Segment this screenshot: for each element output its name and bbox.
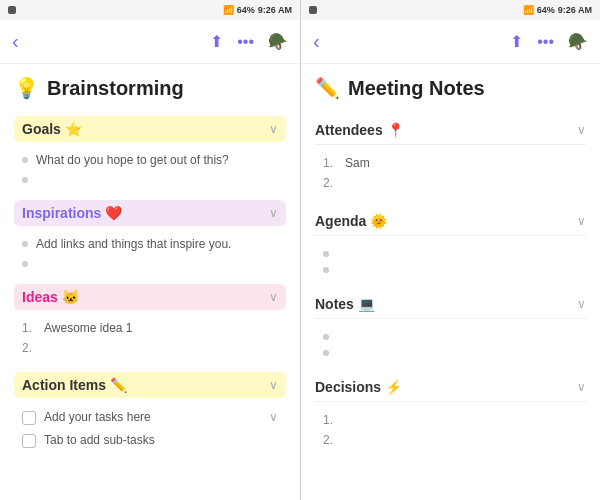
list-item	[14, 170, 286, 186]
signal-icon-left: 📶	[223, 5, 234, 15]
list-item: Tab to add sub-tasks	[14, 429, 286, 452]
section-header-goals[interactable]: Goals ⭐ ∨	[14, 116, 286, 142]
battery-right: 64%	[537, 5, 555, 15]
section-title-decisions: Decisions ⚡	[315, 379, 402, 395]
chevron-agenda[interactable]: ∨	[577, 214, 586, 228]
section-title-agenda: Agenda 🌞	[315, 213, 387, 229]
status-bar-right: 📶 64% 9:26 AM	[301, 0, 600, 20]
section-header-attendees[interactable]: Attendees 📍 ∨	[315, 116, 586, 145]
chevron-ideas[interactable]: ∨	[269, 290, 278, 304]
page-title-right: ✏️ Meeting Notes	[315, 76, 586, 100]
more-button-right[interactable]: •••	[537, 33, 554, 51]
chevron-task[interactable]: ∨	[269, 410, 278, 424]
bullet-dot	[323, 334, 329, 340]
bullet-dot	[22, 261, 28, 267]
section-agenda: Agenda 🌞 ∨	[315, 207, 586, 276]
section-decisions: Decisions ⚡ ∨ 1. 2.	[315, 373, 586, 450]
battery-left: 64%	[237, 5, 255, 15]
more-button-left[interactable]: •••	[237, 33, 254, 51]
upload-button-left[interactable]: ⬆	[210, 32, 223, 51]
upload-button-right[interactable]: ⬆	[510, 32, 523, 51]
page-title-left: 💡 Brainstorming	[14, 76, 286, 100]
item-number: 1.	[323, 413, 337, 427]
item-text: Tab to add sub-tasks	[44, 433, 155, 447]
bullet-dot	[323, 267, 329, 273]
avatar-left[interactable]: 🪖	[268, 32, 288, 51]
list-item: 2.	[315, 173, 586, 193]
list-item: 2.	[14, 338, 286, 358]
time-left: 9:26 AM	[258, 5, 292, 15]
section-inspirations: Inspirations ❤️ ∨ Add links and things t…	[14, 200, 286, 270]
item-number: 2.	[323, 176, 337, 190]
list-item: What do you hope to get out of this?	[14, 150, 286, 170]
status-bar-left: 📶 64% 9:26 AM	[0, 0, 300, 20]
right-screen: 📶 64% 9:26 AM ‹ ⬆ ••• 🪖 ✏️ Meeting Notes…	[300, 0, 600, 500]
time-right: 9:26 AM	[558, 5, 592, 15]
bullet-dot	[323, 350, 329, 356]
item-text: Awesome idea 1	[44, 321, 133, 335]
list-item: Add links and things that inspire you.	[14, 234, 286, 254]
toolbar-left: ‹ ⬆ ••• 🪖	[0, 20, 300, 64]
item-text: Add your tasks here	[44, 410, 151, 424]
chevron-action-items[interactable]: ∨	[269, 378, 278, 392]
section-header-action-items[interactable]: Action Items ✏️ ∨	[14, 372, 286, 398]
page-title-text-right: Meeting Notes	[348, 77, 485, 100]
section-title-action-items: Action Items ✏️	[22, 377, 127, 393]
item-number: 2.	[22, 341, 36, 355]
section-attendees: Attendees 📍 ∨ 1. Sam 2.	[315, 116, 586, 193]
section-title-goals: Goals ⭐	[22, 121, 82, 137]
section-ideas: Ideas 🐱 ∨ 1. Awesome idea 1 2.	[14, 284, 286, 358]
checkbox[interactable]	[22, 434, 36, 448]
section-header-ideas[interactable]: Ideas 🐱 ∨	[14, 284, 286, 310]
item-number: 1.	[323, 156, 337, 170]
left-screen: 📶 64% 9:26 AM ‹ ⬆ ••• 🪖 💡 Brainstorming …	[0, 0, 300, 500]
item-number: 2.	[323, 433, 337, 447]
section-header-inspirations[interactable]: Inspirations ❤️ ∨	[14, 200, 286, 226]
bullet-dot	[323, 251, 329, 257]
bullet-dot	[22, 157, 28, 163]
back-button-right[interactable]: ‹	[313, 30, 320, 53]
chevron-inspirations[interactable]: ∨	[269, 206, 278, 220]
back-button-left[interactable]: ‹	[12, 30, 19, 53]
avatar-right[interactable]: 🪖	[568, 32, 588, 51]
list-item: 1. Sam	[315, 153, 586, 173]
camera-icon-right	[309, 6, 317, 14]
list-item: 1. Awesome idea 1	[14, 318, 286, 338]
item-text: Add links and things that inspire you.	[36, 237, 231, 251]
section-action-items: Action Items ✏️ ∨ Add your tasks here ∨ …	[14, 372, 286, 452]
chevron-decisions[interactable]: ∨	[577, 380, 586, 394]
page-title-text-left: Brainstorming	[47, 77, 184, 100]
section-title-attendees: Attendees 📍	[315, 122, 404, 138]
section-header-agenda[interactable]: Agenda 🌞 ∨	[315, 207, 586, 236]
chevron-notes[interactable]: ∨	[577, 297, 586, 311]
page-title-icon-right: ✏️	[315, 76, 340, 100]
bullet-dot	[22, 241, 28, 247]
list-item	[14, 254, 286, 270]
list-item: 2.	[315, 430, 586, 450]
section-header-decisions[interactable]: Decisions ⚡ ∨	[315, 373, 586, 402]
item-text: What do you hope to get out of this?	[36, 153, 229, 167]
item-number: 1.	[22, 321, 36, 335]
chevron-attendees[interactable]: ∨	[577, 123, 586, 137]
section-notes: Notes 💻 ∨	[315, 290, 586, 359]
content-right: ✏️ Meeting Notes Attendees 📍 ∨ 1. Sam 2.…	[301, 64, 600, 500]
page-title-icon-left: 💡	[14, 76, 39, 100]
section-header-notes[interactable]: Notes 💻 ∨	[315, 290, 586, 319]
list-item	[315, 327, 586, 343]
content-left: 💡 Brainstorming Goals ⭐ ∨ What do you ho…	[0, 64, 300, 500]
checkbox[interactable]	[22, 411, 36, 425]
list-item	[315, 260, 586, 276]
section-title-notes: Notes 💻	[315, 296, 375, 312]
toolbar-right: ‹ ⬆ ••• 🪖	[301, 20, 600, 64]
list-item: Add your tasks here ∨	[14, 406, 286, 429]
section-goals: Goals ⭐ ∨ What do you hope to get out of…	[14, 116, 286, 186]
item-text: Sam	[345, 156, 370, 170]
signal-icon-right: 📶	[523, 5, 534, 15]
bullet-dot	[22, 177, 28, 183]
section-title-inspirations: Inspirations ❤️	[22, 205, 122, 221]
list-item: 1.	[315, 410, 586, 430]
chevron-goals[interactable]: ∨	[269, 122, 278, 136]
camera-icon	[8, 6, 16, 14]
list-item	[315, 244, 586, 260]
list-item	[315, 343, 586, 359]
